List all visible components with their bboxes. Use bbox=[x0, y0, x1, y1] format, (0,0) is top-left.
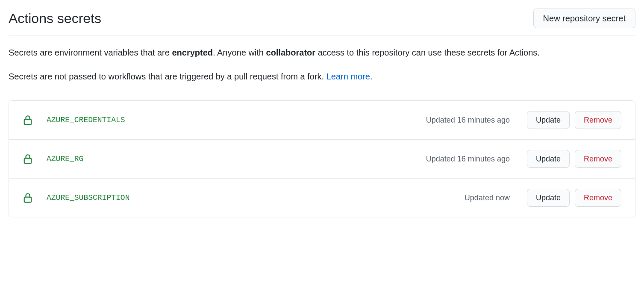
note-period: . bbox=[370, 72, 373, 81]
update-button[interactable]: Update bbox=[527, 150, 570, 168]
description-text: . Anyone with bbox=[213, 48, 266, 57]
description-text: access to this repository can use these … bbox=[315, 48, 540, 57]
remove-button[interactable]: Remove bbox=[575, 150, 621, 168]
secret-updated: Updated now bbox=[465, 193, 510, 202]
description-bold-encrypted: encrypted bbox=[172, 48, 213, 57]
secret-name: AZURE_CREDENTIALS bbox=[47, 116, 426, 124]
description-text: Secrets are environment variables that a… bbox=[9, 48, 172, 57]
new-repository-secret-button[interactable]: New repository secret bbox=[533, 9, 635, 28]
secrets-list: AZURE_CREDENTIALS Updated 16 minutes ago… bbox=[9, 100, 635, 217]
secret-actions: Update Remove bbox=[527, 189, 621, 207]
remove-button[interactable]: Remove bbox=[575, 189, 621, 207]
page-header: Actions secrets New repository secret bbox=[9, 9, 635, 35]
secret-name: AZURE_RG bbox=[47, 155, 426, 163]
description-bold-collaborator: collaborator bbox=[266, 48, 316, 57]
secret-updated: Updated 16 minutes ago bbox=[426, 116, 510, 125]
secret-row: AZURE_CREDENTIALS Updated 16 minutes ago… bbox=[9, 101, 635, 140]
secret-row: AZURE_SUBSCRIPTION Updated now Update Re… bbox=[9, 179, 635, 217]
lock-icon bbox=[23, 114, 33, 126]
secret-actions: Update Remove bbox=[527, 111, 621, 129]
secrets-description: Secrets are environment variables that a… bbox=[9, 46, 635, 59]
secret-actions: Update Remove bbox=[527, 150, 621, 168]
secrets-note: Secrets are not passed to workflows that… bbox=[9, 70, 635, 83]
svg-rect-0 bbox=[24, 120, 32, 125]
svg-rect-2 bbox=[24, 197, 32, 202]
page-title: Actions secrets bbox=[9, 11, 101, 26]
secret-updated: Updated 16 minutes ago bbox=[426, 155, 510, 164]
learn-more-link[interactable]: Learn more bbox=[326, 72, 370, 81]
note-text: Secrets are not passed to workflows that… bbox=[9, 72, 326, 81]
secret-name: AZURE_SUBSCRIPTION bbox=[47, 193, 465, 202]
lock-icon bbox=[23, 192, 33, 204]
update-button[interactable]: Update bbox=[527, 111, 570, 129]
remove-button[interactable]: Remove bbox=[575, 111, 621, 129]
update-button[interactable]: Update bbox=[527, 189, 570, 207]
lock-icon bbox=[23, 153, 33, 165]
secret-row: AZURE_RG Updated 16 minutes ago Update R… bbox=[9, 140, 635, 179]
svg-rect-1 bbox=[24, 158, 32, 164]
